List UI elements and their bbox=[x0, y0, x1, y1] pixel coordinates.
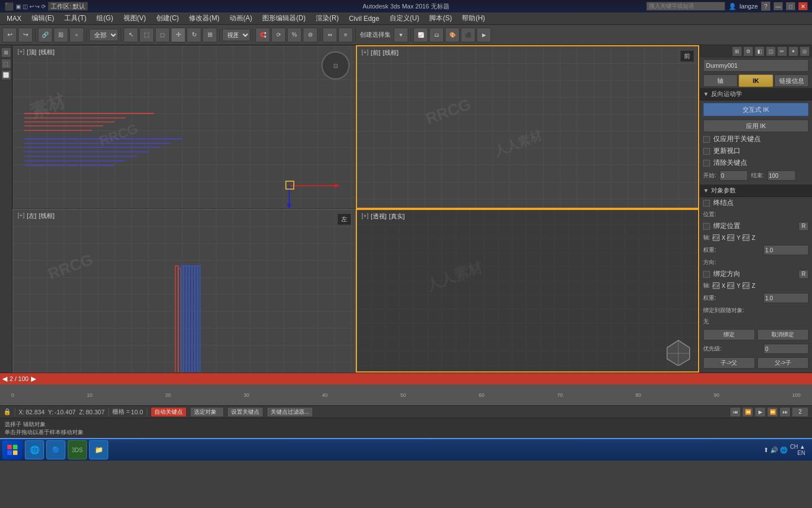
viewport-perspective-label[interactable]: [+] [透视] [真实] bbox=[361, 212, 405, 221]
play-end-btn[interactable]: ⏭ bbox=[779, 407, 791, 417]
select-filter-dropdown[interactable]: 全部 bbox=[89, 29, 118, 41]
cb-update-viewport[interactable] bbox=[703, 148, 710, 155]
btn-apply-ik[interactable]: 应用 IK bbox=[703, 120, 809, 132]
play-btn[interactable]: ▶ bbox=[754, 407, 766, 417]
panel-icon3[interactable]: ◧ bbox=[754, 46, 765, 56]
menu-graph-editor[interactable]: 图形编辑器(D) bbox=[258, 12, 310, 24]
vtb-btn3[interactable]: ⬜ bbox=[1, 70, 11, 80]
btn-setkey[interactable]: 设置关键点 bbox=[227, 407, 263, 417]
play-prev-btn[interactable]: ⏪ bbox=[742, 407, 753, 417]
workspace-label[interactable]: 工作区: 默认 bbox=[48, 2, 88, 11]
btn-select[interactable]: 选定对象 bbox=[190, 407, 224, 417]
bind-space-warp[interactable]: ≈ bbox=[69, 28, 84, 42]
help-icon[interactable]: ? bbox=[761, 2, 770, 11]
vtb-btn1[interactable]: ⊞ bbox=[1, 47, 11, 58]
btn-autokey[interactable]: 自动关键点 bbox=[151, 407, 187, 417]
btn-r-direction[interactable]: R bbox=[798, 270, 809, 279]
cb-endpoint[interactable] bbox=[703, 200, 710, 207]
object-name-input[interactable] bbox=[703, 59, 809, 72]
timeline-bar[interactable]: ◀ 2 / 100 ▶ bbox=[0, 373, 812, 384]
viewport-top[interactable]: [+] [顶] [线框] 素材 RRCG bbox=[12, 45, 356, 209]
cb-apply-keypoints[interactable] bbox=[703, 136, 710, 143]
taskbar-3dsmax[interactable]: 3DS bbox=[68, 440, 87, 459]
select-rect-button[interactable]: □ bbox=[155, 28, 170, 42]
timeline-next[interactable]: ▶ bbox=[31, 375, 36, 383]
undo-button[interactable]: ↩ bbox=[2, 28, 17, 42]
menu-civil-edge[interactable]: Civil Edge bbox=[345, 14, 384, 24]
viewport-front[interactable]: [+] [前] [线框] RRCG 人人素材 bbox=[356, 45, 699, 209]
rotate-button[interactable]: ↻ bbox=[187, 28, 201, 42]
select-object-button[interactable]: ↖ bbox=[123, 28, 138, 42]
viewport-front-label[interactable]: [+] [前] [线框] bbox=[361, 49, 399, 57]
select-region-button[interactable]: ⬚ bbox=[139, 28, 154, 42]
mirror-button[interactable]: ⇔ bbox=[323, 28, 337, 42]
start-button[interactable] bbox=[2, 440, 23, 459]
cb-clear-keypoints[interactable] bbox=[703, 160, 710, 167]
cb-dir-y[interactable]: ✓ bbox=[727, 282, 734, 289]
menu-group[interactable]: 组(G) bbox=[92, 12, 117, 24]
btn-interactive-ik[interactable]: 交互式 IK bbox=[703, 103, 809, 116]
frame-input[interactable] bbox=[792, 407, 809, 417]
cb-axis-x[interactable]: ✓ bbox=[713, 234, 720, 241]
menu-render[interactable]: 渲染(R) bbox=[311, 12, 343, 24]
viewport-left-label[interactable]: [+] [左] [线框] bbox=[17, 212, 55, 220]
select-move-button[interactable]: ✛ bbox=[171, 28, 186, 42]
link-button[interactable]: 🔗 bbox=[38, 28, 52, 42]
taskbar-explorer[interactable]: 📁 bbox=[89, 440, 108, 459]
panel-icon6[interactable]: ✦ bbox=[788, 46, 798, 56]
weight-input[interactable] bbox=[764, 245, 809, 255]
panel-icon7[interactable]: ◎ bbox=[800, 46, 810, 56]
redo-button[interactable]: ↪ bbox=[18, 28, 33, 42]
panel-icon1[interactable]: ⊞ bbox=[732, 46, 742, 56]
panel-icon5[interactable]: ✏ bbox=[777, 46, 787, 56]
tab-link-info[interactable]: 链接信息 bbox=[774, 75, 809, 87]
menu-edit[interactable]: 编辑(E) bbox=[27, 12, 59, 24]
priority-input[interactable] bbox=[764, 344, 809, 354]
menu-max[interactable]: MAX bbox=[2, 14, 26, 24]
dir-weight-input[interactable] bbox=[764, 293, 809, 303]
vtb-btn2[interactable]: ⬚ bbox=[1, 59, 11, 69]
viewport-perspective[interactable]: [+] [透视] [真实] 人人素材 Z X bbox=[356, 209, 699, 373]
timeline-prev[interactable]: ◀ bbox=[2, 375, 7, 383]
end-input[interactable] bbox=[767, 170, 796, 181]
start-input[interactable] bbox=[720, 170, 748, 181]
cb-dir-x[interactable]: ✓ bbox=[713, 282, 720, 289]
spinner-snap[interactable]: ⚙ bbox=[303, 28, 317, 42]
unlink-button[interactable]: ⛓ bbox=[54, 28, 68, 42]
render-setup-button[interactable]: ⬛ bbox=[461, 28, 475, 42]
view-dropdown[interactable]: 视图 bbox=[222, 29, 250, 41]
taskbar-network[interactable]: 🔵 bbox=[46, 440, 65, 459]
render-button[interactable]: ▶ bbox=[476, 28, 491, 42]
panel-icon4[interactable]: ◫ bbox=[766, 46, 776, 56]
vp-persp-corner-cube[interactable] bbox=[664, 338, 692, 366]
schematic-button[interactable]: 🗂 bbox=[429, 28, 444, 42]
viewport-top-label[interactable]: [+] [顶] [线框] bbox=[17, 48, 55, 56]
menu-customize[interactable]: 自定义(U) bbox=[385, 12, 424, 24]
btn-child-parent[interactable]: 子->父 bbox=[703, 357, 755, 369]
viewport-left[interactable]: [+] [左] [线框] RRCG bbox=[12, 209, 356, 373]
cb-dir-z[interactable]: ✓ bbox=[743, 282, 749, 289]
material-editor-button[interactable]: 🎨 bbox=[445, 28, 460, 42]
viewport-gizmo-top[interactable]: ⊡ bbox=[321, 51, 350, 80]
menu-help[interactable]: 帮助(H) bbox=[457, 12, 489, 24]
menu-tools[interactable]: 工具(T) bbox=[60, 12, 91, 24]
tab-axis[interactable]: 轴 bbox=[703, 75, 738, 87]
maximize-button[interactable]: □ bbox=[786, 2, 795, 10]
menu-view[interactable]: 视图(V) bbox=[119, 12, 151, 24]
menu-modifier[interactable]: 修改器(M) bbox=[184, 12, 224, 24]
panel-icon2[interactable]: ⚙ bbox=[743, 46, 753, 56]
menu-script[interactable]: 脚本(S) bbox=[425, 12, 456, 24]
menu-animation[interactable]: 动画(A) bbox=[225, 12, 257, 24]
timeline-ruler[interactable]: 0 10 20 30 40 50 60 70 80 90 100 bbox=[0, 384, 812, 405]
search-box[interactable]: 搜入关键字或短语 bbox=[646, 2, 725, 11]
align-button[interactable]: ≡ bbox=[338, 28, 353, 42]
tab-ik[interactable]: IK bbox=[739, 75, 773, 87]
play-start-btn[interactable]: ⏮ bbox=[730, 407, 741, 417]
scale-button[interactable]: ⊞ bbox=[202, 28, 217, 42]
minimize-button[interactable]: — bbox=[774, 2, 783, 10]
close-button[interactable]: ✕ bbox=[798, 2, 807, 10]
named-sel-dropdown[interactable]: ▼ bbox=[394, 28, 408, 42]
cb-bind-direction[interactable] bbox=[703, 271, 710, 278]
cb-bind-position[interactable] bbox=[703, 223, 710, 230]
menu-create[interactable]: 创建(C) bbox=[152, 12, 184, 24]
